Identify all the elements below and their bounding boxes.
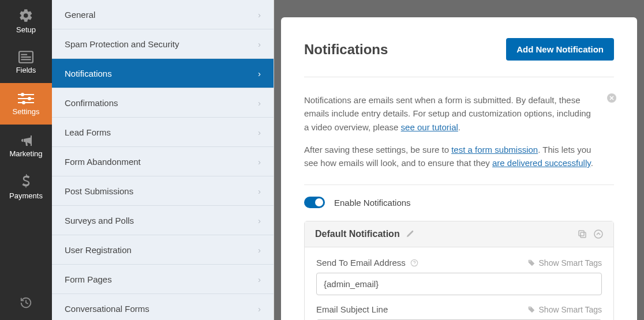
svg-point-13 xyxy=(594,230,602,238)
history-icon xyxy=(20,296,32,309)
svg-point-8 xyxy=(28,97,31,100)
sidebar-item-conversational[interactable]: Conversational Forms› xyxy=(52,294,274,320)
sidebar-item-surveys[interactable]: Surveys and Polls› xyxy=(52,206,274,235)
rail-item-label: Payments xyxy=(9,191,43,200)
rail-item-marketing[interactable]: Marketing xyxy=(0,125,52,166)
chevron-right-icon: › xyxy=(258,10,261,20)
nav-rail: Setup Fields Settings Marketing Payments xyxy=(0,0,52,320)
svg-rect-2 xyxy=(21,56,31,57)
add-notification-button[interactable]: Add New Notification xyxy=(506,38,614,61)
sidebar-item-notifications[interactable]: Notifications› xyxy=(52,59,274,88)
sidebar-item-label: Confirmations xyxy=(65,98,118,108)
chevron-right-icon: › xyxy=(258,274,261,284)
dollar-icon xyxy=(21,174,31,189)
sidebar-item-label: General xyxy=(65,10,95,20)
sidebar-item-label: Conversational Forms xyxy=(65,304,149,314)
rail-item-payments[interactable]: Payments xyxy=(0,166,52,208)
chevron-right-icon: › xyxy=(258,304,261,314)
svg-rect-4 xyxy=(18,94,34,95)
page-title: Notifications xyxy=(304,42,388,58)
svg-point-9 xyxy=(22,101,25,104)
card-title: Default Notification xyxy=(315,229,400,239)
rail-item-label: Setup xyxy=(16,25,36,34)
sidebar-item-post-submissions[interactable]: Post Submissions› xyxy=(52,176,274,206)
field-label: Email Subject Line xyxy=(316,304,388,314)
notifications-panel: Notifications Add New Notification Notif… xyxy=(281,17,637,320)
chevron-right-icon: › xyxy=(258,69,261,78)
sidebar-item-label: Form Pages xyxy=(65,274,112,284)
chevron-right-icon: › xyxy=(258,98,261,108)
svg-rect-1 xyxy=(21,54,27,55)
svg-rect-12 xyxy=(579,231,584,236)
sidebar-item-label: Spam Protection and Security xyxy=(65,39,179,49)
tag-icon xyxy=(527,306,536,314)
rail-item-label: Fields xyxy=(16,66,36,74)
enable-notifications-toggle[interactable] xyxy=(304,197,325,208)
sidebar-item-confirmations[interactable]: Confirmations› xyxy=(52,88,274,118)
rail-item-label: Marketing xyxy=(9,149,42,158)
sidebar-item-label: Notifications xyxy=(65,69,112,78)
pencil-icon[interactable] xyxy=(406,230,414,238)
info-paragraph: Notifications are emails sent when a for… xyxy=(304,93,596,134)
card-header[interactable]: Default Notification xyxy=(305,221,613,247)
show-smart-tags-button[interactable]: Show Smart Tags xyxy=(527,305,602,314)
svg-rect-11 xyxy=(581,232,586,238)
sidebar-item-form-pages[interactable]: Form Pages› xyxy=(52,265,274,294)
gear-icon xyxy=(18,8,33,23)
rail-item-setup[interactable]: Setup xyxy=(0,0,52,42)
sidebar-item-user-registration[interactable]: User Registration› xyxy=(52,235,274,265)
send-to-email-input[interactable] xyxy=(316,273,602,295)
svg-rect-5 xyxy=(18,98,34,99)
close-icon[interactable] xyxy=(607,93,616,103)
rail-item-fields[interactable]: Fields xyxy=(0,42,52,83)
toggle-label: Enable Notifications xyxy=(334,198,411,208)
sidebar-item-label: User Registration xyxy=(65,245,132,255)
svg-point-7 xyxy=(21,93,24,96)
chevron-right-icon: › xyxy=(258,186,261,196)
bullhorn-icon xyxy=(18,133,33,147)
rail-item-settings[interactable]: Settings xyxy=(0,83,52,125)
chevron-right-icon: › xyxy=(258,127,261,137)
chevron-right-icon: › xyxy=(258,157,261,167)
sidebar-item-label: Lead Forms xyxy=(65,127,111,137)
sidebar-item-general[interactable]: General› xyxy=(52,0,274,29)
sidebar-item-lead-forms[interactable]: Lead Forms› xyxy=(52,118,274,147)
svg-rect-6 xyxy=(18,102,34,103)
notification-card: Default Notification xyxy=(304,221,614,320)
svg-rect-3 xyxy=(21,59,31,60)
sidebar-item-label: Form Abandonment xyxy=(65,157,141,167)
info-block: Notifications are emails sent when a for… xyxy=(304,77,614,185)
sidebar-item-form-abandonment[interactable]: Form Abandonment› xyxy=(52,147,274,176)
rail-history-button[interactable] xyxy=(0,285,52,320)
collapse-icon[interactable] xyxy=(594,229,603,239)
show-smart-tags-button[interactable]: Show Smart Tags xyxy=(527,258,602,268)
sidebar-item-label: Surveys and Polls xyxy=(65,216,134,225)
sidebar-item-spam[interactable]: Spam Protection and Security› xyxy=(52,29,274,59)
info-paragraph: After saving these settings, be sure to … xyxy=(304,143,596,170)
chevron-right-icon: › xyxy=(258,216,261,225)
chevron-right-icon: › xyxy=(258,39,261,49)
sliders-icon xyxy=(18,92,34,105)
field-label: Send To Email Address xyxy=(316,258,406,268)
settings-sidebar: General› Spam Protection and Security› N… xyxy=(52,0,274,320)
tag-icon xyxy=(527,259,536,267)
rail-item-label: Settings xyxy=(13,107,40,116)
tutorial-link[interactable]: see our tutorial xyxy=(401,122,458,132)
main-area: Notifications Add New Notification Notif… xyxy=(274,0,644,320)
chevron-right-icon: › xyxy=(258,245,261,255)
copy-icon[interactable] xyxy=(578,229,587,239)
test-submission-link[interactable]: test a form submission xyxy=(451,145,538,155)
sidebar-item-label: Post Submissions xyxy=(65,186,133,196)
help-icon[interactable] xyxy=(410,259,418,267)
delivered-link[interactable]: are delivered successfully xyxy=(492,158,591,168)
form-icon xyxy=(18,51,33,63)
